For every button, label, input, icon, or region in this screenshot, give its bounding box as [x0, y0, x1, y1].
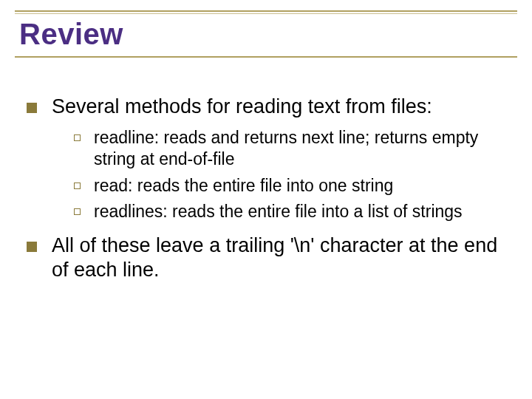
- rule-under-title: [15, 56, 517, 58]
- sub-bullet-text: readlines: reads the entire file into a …: [94, 201, 510, 222]
- slide-body: Several methods for reading text from fi…: [27, 95, 510, 290]
- bullet-item: All of these leave a trailing '\n' chara…: [27, 233, 510, 284]
- sub-bullet-text: read: reads the entire file into one str…: [94, 175, 510, 197]
- rule-top: [15, 10, 517, 12]
- hollow-square-icon: [74, 134, 81, 141]
- hollow-square-icon: [74, 208, 81, 215]
- rule-top-thin: [15, 13, 517, 14]
- hollow-square-icon: [74, 183, 81, 189]
- sub-bullet-item: readlines: reads the entire file into a …: [74, 201, 510, 222]
- sub-list: readline: reads and returns next line; r…: [74, 127, 510, 223]
- bullet-text: Several methods for reading text from fi…: [52, 95, 510, 120]
- sub-bullet-item: read: reads the entire file into one str…: [74, 175, 510, 197]
- square-bullet-icon: [27, 242, 37, 252]
- bullet-text: All of these leave a trailing '\n' chara…: [52, 233, 510, 284]
- bullet-item: Several methods for reading text from fi…: [27, 95, 510, 120]
- sub-bullet-text: readline: reads and returns next line; r…: [94, 127, 510, 171]
- square-bullet-icon: [27, 103, 37, 113]
- slide-title: Review: [19, 18, 123, 51]
- slide: Review Several methods for reading text …: [0, 0, 532, 399]
- sub-bullet-item: readline: reads and returns next line; r…: [74, 127, 510, 171]
